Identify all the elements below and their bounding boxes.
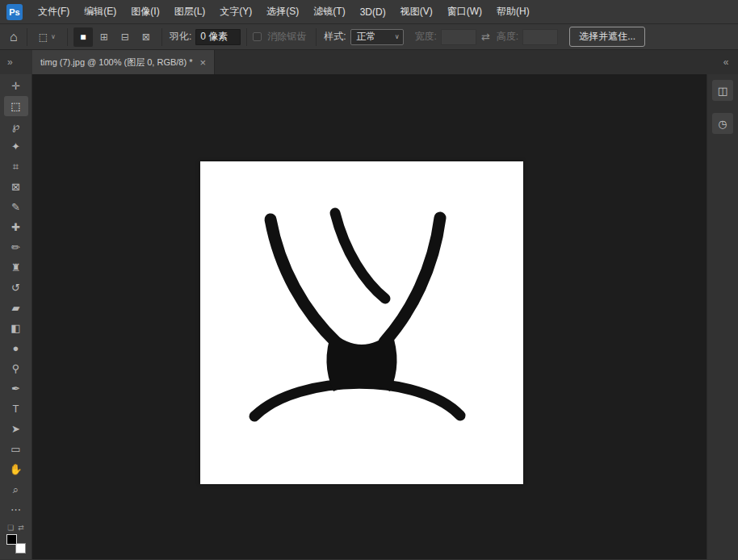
zoom-tool[interactable]: ⌕ [4, 479, 28, 499]
tool-icon: ♜ [11, 262, 21, 273]
tool-icon: ℘ [12, 121, 19, 132]
crop-tool[interactable]: ⌗ [4, 157, 28, 177]
add-to-selection-button[interactable]: ⊞ [94, 27, 114, 47]
style-dropdown[interactable]: 正常 ∨ [350, 29, 404, 45]
tool-icon: ◧ [10, 323, 20, 333]
menu-item[interactable]: 窗口(W) [440, 0, 489, 23]
swap-dimensions-icon[interactable]: ⇄ [481, 31, 490, 43]
home-icon[interactable]: ⌂ [6, 30, 21, 44]
selection-mode-icon: ⊠ [142, 31, 150, 43]
menu-item[interactable]: 帮助(H) [489, 0, 537, 23]
menu-item[interactable]: 选择(S) [259, 0, 306, 23]
color-swatches[interactable] [6, 534, 26, 554]
style-label: 样式: [324, 30, 346, 44]
tool-options-bar: ⌂ ⬚ ∨ ■ ⊞ ⊟ ⊠ 羽化: 消除锯齿 样式: 正 [0, 24, 738, 50]
black-abstract-shape [200, 161, 523, 484]
menu-item[interactable]: 编辑(E) [77, 0, 124, 23]
tool-icon: ⋯ [10, 504, 21, 515]
tool-icon: ✚ [11, 222, 20, 232]
feather-label: 羽化: [170, 30, 191, 44]
tool-icon: ⚲ [12, 363, 20, 374]
document-tab[interactable]: timg (7).jpg @ 100% (图层 0, RGB/8) * × [32, 50, 215, 74]
photoshop-logo-icon: Ps [6, 4, 23, 20]
subtract-from-selection-button[interactable]: ⊟ [115, 27, 135, 47]
frame-tool[interactable]: ⊠ [4, 177, 28, 197]
path-selection-tool[interactable]: ➤ [4, 419, 28, 439]
document-tab-title: timg (7).jpg @ 100% (图层 0, RGB/8) * [40, 56, 192, 69]
separator [246, 28, 247, 46]
height-input[interactable] [522, 29, 558, 45]
menu-item[interactable]: 滤镜(T) [306, 0, 352, 23]
tool-icon: ✎ [11, 202, 20, 212]
tool-icon: ⌗ [13, 161, 19, 172]
quick-selection-tool[interactable]: ✦ [4, 136, 28, 157]
tool-icon: ✛ [11, 81, 20, 91]
type-tool[interactable]: T [4, 399, 28, 419]
chevron-down-icon: ∨ [51, 33, 56, 40]
gradient-tool[interactable]: ◧ [4, 318, 28, 338]
lasso-tool[interactable]: ℘ [4, 116, 28, 136]
menu-bar: Ps 文件(F) 编辑(E) 图像(I) 图层(L) 文字(Y) 选择(S) 滤… [0, 0, 738, 24]
move-tool[interactable]: ✛ [4, 76, 28, 96]
brush-tool[interactable]: ✏ [4, 237, 28, 257]
menu-item[interactable]: 视图(V) [393, 0, 440, 23]
intersect-selection-button[interactable]: ⊠ [136, 27, 156, 47]
width-input[interactable] [441, 29, 476, 45]
menu-item[interactable]: 图像(I) [124, 0, 166, 23]
menu-item[interactable]: 文件(F) [31, 0, 77, 23]
collapsed-panel-button-1[interactable]: ◫ [712, 80, 733, 101]
panels-collapse-icon[interactable]: « [714, 50, 738, 74]
height-label: 高度: [497, 30, 518, 44]
tool-icon: ✋ [9, 464, 22, 474]
canvas-area[interactable] [32, 74, 707, 559]
rect-marquee-tool[interactable]: ⬚ [4, 96, 28, 116]
eyedropper-tool[interactable]: ✎ [4, 197, 28, 217]
selection-mode-icon: ⊟ [121, 31, 129, 43]
feather-input[interactable] [195, 29, 241, 45]
dodge-tool[interactable]: ⚲ [4, 358, 28, 378]
tool-icon: ✏ [11, 242, 20, 253]
main-area: ✛ ⬚ ℘ ✦ ⌗ ⊠ [0, 74, 738, 559]
rectangle-tool[interactable]: ▭ [4, 439, 28, 459]
hand-tool[interactable]: ✋ [4, 459, 28, 479]
menu-item[interactable]: 图层(L) [167, 0, 213, 23]
tool-icon: ➤ [11, 424, 20, 434]
tool-preset-picker[interactable]: ⬚ ∨ [33, 29, 61, 45]
pen-tool[interactable]: ✒ [4, 378, 28, 399]
tools-panel: ✛ ⬚ ℘ ✦ ⌗ ⊠ [0, 74, 32, 559]
antialias-checkbox[interactable] [253, 32, 262, 41]
tool-icon: ● [13, 343, 19, 353]
selection-mode-icon: ⊞ [100, 31, 108, 43]
toolbar-expand-icon[interactable]: » [0, 50, 32, 74]
document-tab-bar: » timg (7).jpg @ 100% (图层 0, RGB/8) * × … [0, 50, 738, 74]
tab-bar-spacer [215, 50, 714, 74]
menu-item[interactable]: 3D(D) [353, 0, 393, 23]
menu-items: 文件(F) 编辑(E) 图像(I) 图层(L) 文字(Y) 选择(S) 滤镜(T… [31, 0, 537, 23]
history-brush-tool[interactable]: ↺ [4, 278, 28, 298]
tool-icon: T [13, 403, 19, 414]
document-image[interactable] [200, 161, 523, 484]
collapsed-history-panel-button[interactable]: ◷ [712, 113, 733, 134]
tool-icon: ✦ [11, 141, 20, 152]
menu-item[interactable]: 文字(Y) [212, 0, 259, 23]
eraser-tool[interactable]: ▰ [4, 298, 28, 318]
edit-toolbar-button[interactable]: ⋯ [4, 499, 28, 520]
chevron-down-icon: ∨ [395, 33, 400, 40]
default-colors-icon[interactable]: ❏ [7, 524, 14, 532]
tools-list: ✛ ⬚ ℘ ✦ ⌗ ⊠ [4, 76, 28, 520]
healing-brush-tool[interactable]: ✚ [4, 217, 28, 237]
clone-stamp-tool[interactable]: ♜ [4, 257, 28, 278]
swap-colors-icon[interactable]: ⇄ [18, 524, 24, 532]
tool-icon: ⌕ [13, 484, 19, 495]
new-selection-button[interactable]: ■ [73, 27, 93, 47]
panel-icon: ◷ [718, 118, 727, 130]
tool-icon: ▰ [12, 303, 20, 313]
panel-icon: ◫ [718, 85, 728, 97]
marquee-preset-icon: ⬚ [39, 31, 48, 43]
separator [27, 28, 27, 46]
foreground-color-swatch[interactable] [6, 534, 17, 545]
blur-tool[interactable]: ● [4, 338, 28, 358]
select-and-mask-button[interactable]: 选择并遮住... [569, 27, 645, 47]
selection-mode-buttons: ■ ⊞ ⊟ ⊠ [73, 27, 156, 47]
tab-close-icon[interactable]: × [199, 56, 206, 69]
